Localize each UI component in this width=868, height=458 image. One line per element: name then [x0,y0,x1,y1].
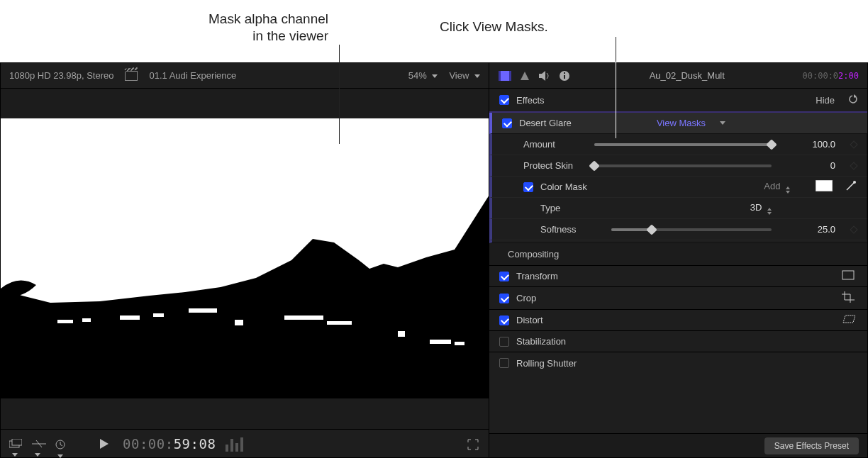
inspector-pane: Au_02_Dusk_Mult 00:00:02:00 Effects Hide… [489,63,867,457]
param-type: Type 3D [489,198,867,219]
transform-checkbox[interactable] [499,272,509,281]
svg-rect-2 [82,318,91,322]
effects-enable-checkbox[interactable] [499,95,509,105]
param-label: Protect Skin [523,160,587,171]
video-tab-icon[interactable] [498,70,512,82]
effect-desert-glare-header[interactable]: Desert Glare View Masks [489,113,867,134]
svg-rect-3 [120,315,140,320]
clip-appearance-menu[interactable] [9,439,22,449]
svg-marker-21 [521,72,529,80]
audio-tab-icon[interactable] [538,70,552,82]
svg-marker-30 [843,315,855,323]
chevron-down-icon [12,453,18,457]
svg-rect-25 [564,72,565,74]
eyedropper-icon[interactable] [845,180,857,194]
skimming-icon[interactable] [32,439,45,449]
param-protect-skin: Protect Skin 0 [489,155,867,177]
svg-rect-9 [398,331,405,337]
svg-rect-4 [153,313,164,317]
distort-onscreen-icon[interactable] [839,314,857,326]
zoom-menu[interactable]: 54% [408,70,438,81]
info-tab-icon[interactable] [557,70,572,82]
param-label: Color Mask [540,181,618,192]
chevron-down-icon [57,454,63,458]
keyframe-icon[interactable] [850,140,857,148]
color-mask-checkbox[interactable] [523,182,533,192]
inspector-top-bar: Au_02_Dusk_Mult 00:00:02:00 [489,63,867,89]
section-compositing[interactable]: Compositing [489,243,867,266]
effects-header-row: Effects Hide [489,89,867,113]
leader-line [339,45,340,144]
save-effects-preset-button[interactable]: Save Effects Preset [764,437,859,454]
timecode-display[interactable]: 00:00:59:08 [123,436,216,452]
clip-title: 01.1 Audi Experience [149,70,236,81]
callout-view-masks: Click View Masks. [440,19,548,35]
view-label: View [449,70,469,81]
effect-enable-checkbox[interactable] [502,118,512,128]
leader-line [616,37,616,62]
alpha-matte-image [1,89,489,429]
amount-slider[interactable] [594,143,772,146]
keyframe-icon[interactable] [850,225,857,233]
rolling-shutter-checkbox[interactable] [499,358,509,368]
param-label: Softness [540,224,604,235]
svg-rect-24 [564,75,565,79]
add-mask-menu[interactable]: Add [764,181,790,194]
stabilization-checkbox[interactable] [499,337,509,347]
play-button[interactable] [100,439,113,449]
timecode-seconds: 59:08 [174,436,216,452]
crop-checkbox[interactable] [499,294,509,303]
amount-value[interactable]: 100.0 [790,139,838,150]
keyframe-icon[interactable] [850,162,857,169]
clapperboard-icon [125,71,138,81]
effects-label: Effects [516,95,808,106]
section-rolling-shutter[interactable]: Rolling Shutter [489,352,867,374]
timecode-prefix: 00:00: [123,436,174,452]
inspector-clip-name: Au_02_Dusk_Mult [577,70,797,81]
section-distort[interactable]: Distort [489,310,867,331]
mask-preview-icon[interactable] [816,180,833,194]
color-tab-icon[interactable] [518,70,532,82]
view-masks-menu[interactable]: View Masks [657,118,706,128]
view-masks-label: View Masks [657,118,706,128]
param-softness: Softness 25.0 [489,219,867,240]
svg-marker-22 [539,71,545,81]
callout-mask-alpha: Mask alpha channel in the viewer [0,11,328,45]
svg-rect-20 [509,71,511,81]
reset-effects-icon[interactable] [847,94,857,106]
softness-slider[interactable] [611,228,772,231]
svg-rect-1 [57,320,73,323]
inspector-duration: 00:00:02:00 [803,71,859,81]
svg-rect-5 [189,308,217,313]
chevron-down-icon [474,74,480,78]
chevron-down-icon [35,453,40,457]
svg-rect-6 [235,320,243,325]
section-transform[interactable]: Transform [489,266,867,287]
view-menu[interactable]: View [449,70,480,81]
type-select[interactable]: 3D [750,202,772,215]
retime-menu-icon[interactable] [55,439,67,449]
transform-onscreen-icon[interactable] [839,270,857,282]
chevron-down-icon[interactable] [720,121,725,125]
protect-slider[interactable] [594,164,772,167]
fullscreen-icon[interactable] [467,439,480,449]
zoom-value: 54% [408,70,427,81]
viewer-canvas[interactable] [1,89,489,429]
svg-rect-10 [430,340,451,344]
protect-value[interactable]: 0 [790,160,838,171]
callout-text: in the viewer [252,28,328,43]
softness-value[interactable]: 25.0 [790,224,838,235]
crop-onscreen-icon[interactable] [839,291,857,305]
svg-rect-11 [455,342,464,345]
section-crop[interactable]: Crop [489,287,867,310]
inspector-body[interactable]: Effects Hide Desert Glare View Masks Amo… [489,89,867,433]
hide-effects-button[interactable]: Hide [816,95,835,106]
viewer-pane: 1080p HD 23.98p, Stereo 01.1 Audi Experi… [1,63,489,457]
effect-name: Desert Glare [519,118,604,128]
section-stabilization[interactable]: Stabilization [489,331,867,352]
param-label: Amount [523,139,587,150]
distort-checkbox[interactable] [499,315,509,325]
svg-rect-29 [842,271,854,279]
svg-rect-27 [816,180,833,191]
svg-rect-8 [327,321,352,325]
